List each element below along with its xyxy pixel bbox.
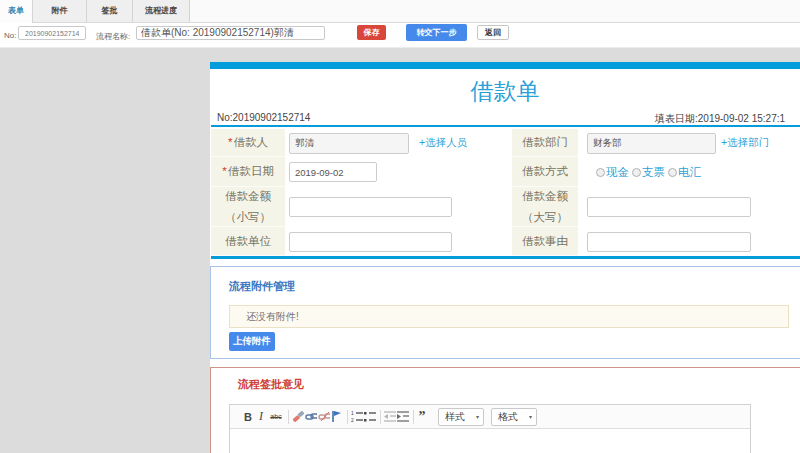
format-select[interactable]: 格式▾ — [491, 408, 537, 426]
anchor-flag-icon[interactable] — [331, 409, 343, 424]
dept-label: 借款部门 — [512, 129, 578, 157]
amount-big-input[interactable] — [587, 197, 751, 217]
tab-form[interactable]: 表单 — [0, 0, 33, 23]
panel-top-bar — [210, 62, 800, 69]
svg-text:2: 2 — [351, 417, 354, 423]
chevron-down-icon: ▾ — [529, 413, 532, 420]
reason-input[interactable] — [587, 232, 751, 252]
borrower-input[interactable] — [289, 133, 409, 154]
approval-section: 流程签批意见 B I abc — [210, 367, 800, 453]
radio-wire-group[interactable]: 电汇 — [668, 165, 701, 180]
reason-field — [578, 227, 800, 256]
tab-attachment[interactable]: 附件 — [33, 0, 87, 22]
form-title: 借款单 — [210, 76, 800, 107]
unit-field — [285, 227, 512, 256]
no-label: No: — [4, 31, 16, 40]
date-label: *借款日期 — [211, 157, 285, 187]
amount-big-label: 借款金额（大写） — [512, 187, 578, 227]
divider-bottom — [211, 256, 800, 259]
form-no: No:20190902152714 — [217, 112, 310, 123]
ordered-list-icon[interactable]: 12 — [351, 409, 363, 424]
amount-big-field — [578, 187, 800, 227]
divider-top — [211, 125, 800, 127]
attachment-section: 流程附件管理 还没有附件! 上传附件 — [210, 266, 800, 359]
reason-label: 借款事由 — [512, 227, 578, 256]
italic-icon[interactable]: I — [255, 409, 267, 424]
editor-content[interactable] — [230, 430, 750, 453]
form-panel: 借款单 No:20190902152714 填表日期:2019-09-02 15… — [210, 62, 800, 453]
unlink-icon[interactable] — [318, 409, 330, 424]
outdent-icon[interactable] — [384, 409, 396, 424]
approval-title: 流程签批意见 — [238, 377, 304, 392]
bold-icon[interactable]: B — [242, 409, 254, 424]
required-mark: * — [228, 136, 232, 148]
unit-label: 借款单位 — [211, 227, 285, 256]
blockquote-icon[interactable]: ” — [417, 409, 427, 424]
top-toolbar: No: 流程名称: 保存 转交下一步 返回 — [0, 23, 800, 48]
remove-format-icon[interactable] — [292, 409, 304, 424]
upload-attachment-button[interactable]: 上传附件 — [229, 332, 275, 351]
svg-text:1: 1 — [351, 410, 354, 416]
select-dept-link[interactable]: +选择部门 — [721, 136, 769, 150]
required-mark: * — [222, 165, 226, 177]
select-person-link[interactable]: +选择人员 — [419, 136, 467, 150]
borrower-field: +选择人员 — [285, 129, 512, 157]
loan-form-page: 表单 附件 签批 流程进度 No: 流程名称: 保存 转交下一步 返回 借款单 … — [0, 0, 800, 453]
styles-select[interactable]: 样式▾ — [438, 408, 484, 426]
indent-icon[interactable] — [397, 409, 409, 424]
dept-input[interactable] — [587, 133, 716, 154]
forward-next-button[interactable]: 转交下一步 — [406, 24, 467, 41]
attachment-title: 流程附件管理 — [229, 279, 295, 294]
radio-wire[interactable] — [668, 168, 677, 177]
link-icon[interactable] — [305, 409, 317, 424]
tab-approval[interactable]: 签批 — [87, 0, 133, 22]
tab-progress[interactable]: 流程进度 — [133, 0, 190, 22]
method-label: 借款方式 — [512, 157, 578, 187]
date-input[interactable] — [289, 162, 377, 182]
method-field: 现金 支票 电汇 — [578, 157, 800, 187]
radio-cheque[interactable] — [632, 168, 641, 177]
form-table: *借款人 +选择人员 借款部门 +选择部门 *借款日期 借款方式 现金 支票 电… — [211, 129, 800, 256]
amount-small-field — [285, 187, 512, 227]
borrower-label: *借款人 — [211, 129, 285, 157]
process-name-input[interactable] — [136, 26, 325, 40]
attachment-empty-notice: 还没有附件! — [229, 305, 789, 328]
radio-cheque-group[interactable]: 支票 — [632, 165, 665, 180]
editor-toolbar: B I abc — [230, 405, 750, 429]
radio-cash[interactable] — [596, 168, 605, 177]
amount-small-input[interactable] — [289, 197, 452, 217]
no-input[interactable] — [18, 26, 86, 40]
process-name-label: 流程名称: — [96, 31, 130, 42]
rich-text-editor: B I abc — [229, 404, 751, 453]
chevron-down-icon: ▾ — [476, 413, 479, 420]
unit-input[interactable] — [289, 232, 452, 252]
bullet-list-icon[interactable] — [364, 409, 376, 424]
form-date: 填表日期:2019-09-02 15:27:1 — [655, 112, 785, 126]
amount-small-label: 借款金额（小写） — [211, 187, 285, 227]
dept-field: +选择部门 — [578, 129, 800, 157]
radio-cash-group[interactable]: 现金 — [596, 165, 629, 180]
save-button[interactable]: 保存 — [357, 25, 386, 40]
date-field — [285, 157, 512, 187]
back-button[interactable]: 返回 — [477, 25, 509, 40]
tab-bar: 表单 附件 签批 流程进度 — [0, 0, 800, 23]
strikethrough-icon[interactable]: abc — [268, 409, 284, 424]
